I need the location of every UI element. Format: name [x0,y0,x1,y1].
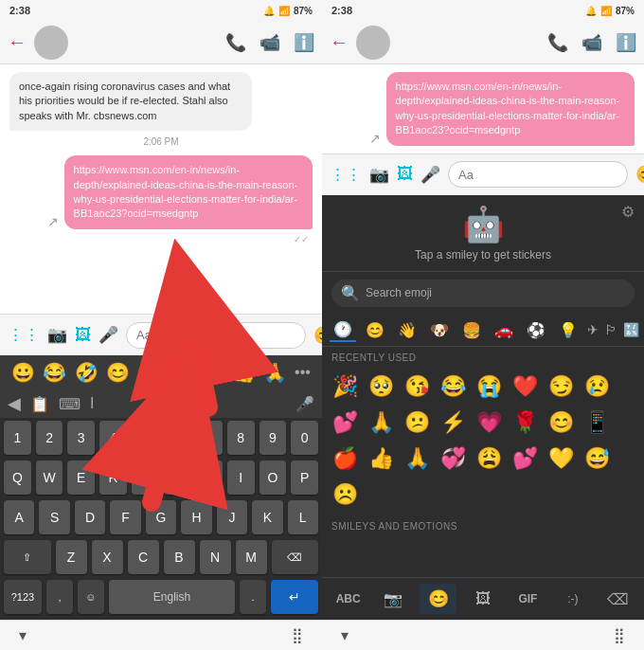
key-5[interactable]: 5 [132,421,159,455]
key-g[interactable]: G [146,500,176,534]
emoji-8[interactable]: 👍 [232,361,256,384]
key-4[interactable]: 4 [99,421,127,455]
emoji-recent-3[interactable]: 😘 [400,370,434,404]
key-j[interactable]: J [217,500,247,534]
key-l[interactable]: L [288,500,318,534]
cat-recent[interactable]: 🕐 [330,318,356,342]
tab-abc[interactable]: ABC [330,584,367,614]
period-key[interactable]: . [240,580,266,614]
cat-flags[interactable]: 🏳 [604,322,617,337]
key-x[interactable]: X [92,540,123,574]
mic-icon-left[interactable]: 🎤 [98,325,118,345]
image-icon-left[interactable]: 🖼 [75,326,91,345]
key-7[interactable]: 7 [195,421,223,455]
key-m[interactable]: M [236,540,267,574]
camera-icon-left[interactable]: 📷 [47,325,67,345]
tab-gif-sticker[interactable]: 🖼 [464,584,501,614]
cat-food[interactable]: 🍔 [458,319,485,341]
key-8[interactable]: 8 [227,421,255,455]
nav-down-left[interactable]: ▾ [19,626,27,644]
emoji-3[interactable]: 🤣 [75,361,98,384]
emoji-recent-24[interactable]: 😅 [580,442,614,476]
apps-icon-left[interactable]: ⋮⋮ [8,325,40,345]
tab-emoji[interactable]: 😊 [420,584,456,614]
kb-keyboard-icon[interactable]: ⌨ [59,395,80,413]
key-o[interactable]: O [259,460,287,495]
cat-activity[interactable]: ⚽ [523,319,549,341]
cat-smileys[interactable]: 😊 [362,319,388,341]
cat-people[interactable]: 👋 [394,319,420,341]
emoji-button-right[interactable]: 😊 [635,164,644,185]
key-9[interactable]: 9 [259,421,287,455]
key-6[interactable]: 6 [164,421,191,455]
camera-icon-right[interactable]: 📷 [369,165,389,185]
emoji-9[interactable]: 🙏 [263,361,287,384]
key-c[interactable]: C [128,540,159,574]
key-s[interactable]: S [39,500,69,534]
emoji-7[interactable]: ❤️ [200,361,224,384]
emoji-more[interactable]: ••• [295,364,311,381]
emoji-search-bar[interactable]: 🔍 Search emoji [331,280,635,307]
emoji-recent-23[interactable]: 💛 [544,442,578,476]
image-icon-right[interactable]: 🖼 [397,165,413,184]
emoji-recent-14[interactable]: 🌹 [508,406,542,440]
mic-icon-right[interactable]: 🎤 [420,165,440,185]
key-t[interactable]: T [132,460,159,495]
kb-mic-icon[interactable]: 🎤 [295,395,314,413]
emoji-6[interactable]: 😍 [169,361,192,384]
nav-grid-left[interactable]: ⣿ [292,626,303,644]
gear-icon[interactable]: ⚙ [621,203,635,221]
cat-animals[interactable]: 🐶 [426,319,453,341]
numbers-key[interactable]: ?123 [4,580,42,614]
text-input-right[interactable] [448,161,628,188]
backspace-key[interactable]: ⌫ [272,540,319,574]
key-r[interactable]: R [99,460,127,495]
kb-back-icon[interactable]: ◀ [8,393,21,414]
emoji-recent-18[interactable]: 👍 [364,442,398,476]
key-f[interactable]: F [110,500,140,534]
emoji-2[interactable]: 😂 [43,361,66,384]
emoji-recent-20[interactable]: 💞 [436,442,470,476]
back-button-right[interactable]: ← [330,31,349,53]
enter-key[interactable]: ↵ [271,580,318,614]
emoji-5[interactable]: 😢 [137,361,161,384]
space-key[interactable]: English [109,580,235,614]
key-h[interactable]: H [181,500,211,534]
emoji-recent-21[interactable]: 😩 [472,442,506,476]
call-button-left[interactable]: 📞 [225,32,246,53]
tab-emoticon[interactable]: :-) [554,584,591,614]
emoji-recent-5[interactable]: 😭 [472,370,506,404]
info-button-left[interactable]: ℹ️ [294,32,314,53]
comma-key[interactable]: , [46,580,73,614]
emoji-recent-4[interactable]: 😂 [436,370,470,404]
kb-clip-icon[interactable]: 📋 [30,395,49,413]
key-e[interactable]: E [67,460,95,495]
emoji-recent-10[interactable]: 🙏 [364,406,398,440]
emoji-recent-6[interactable]: ❤️ [508,370,542,404]
emoji-recent-19[interactable]: 🙏 [400,442,434,476]
emoji-recent-7[interactable]: 😏 [544,370,578,404]
cat-more[interactable]: ✈ [587,322,599,337]
emoji-kb-key[interactable]: ☺ [78,580,104,614]
key-0[interactable]: 0 [291,421,318,455]
emoji-4[interactable]: 😊 [106,361,130,384]
emoji-recent-12[interactable]: ⚡ [436,406,470,440]
emoji-recent-11[interactable]: 😕 [400,406,434,440]
back-button-left[interactable]: ← [8,31,27,53]
key-y[interactable]: Y [164,460,191,495]
shift-key[interactable]: ⇧ [4,540,51,574]
cat-objects[interactable]: 💡 [555,319,581,341]
emoji-recent-25[interactable]: ☹️ [328,478,362,512]
emoji-recent-17[interactable]: 🍎 [328,442,362,476]
key-1[interactable]: 1 [4,421,31,455]
key-i[interactable]: I [227,460,255,495]
nav-down-right[interactable]: ▾ [341,626,349,644]
key-z[interactable]: Z [56,540,87,574]
key-k[interactable]: K [252,500,282,534]
emoji-recent-8[interactable]: 😢 [580,370,614,404]
key-d[interactable]: D [75,500,105,534]
nav-grid-right[interactable]: ⣿ [614,626,625,644]
tab-gif[interactable]: GIF [510,584,546,614]
tab-sticker[interactable]: 📷 [374,584,411,614]
key-a[interactable]: A [4,500,34,534]
